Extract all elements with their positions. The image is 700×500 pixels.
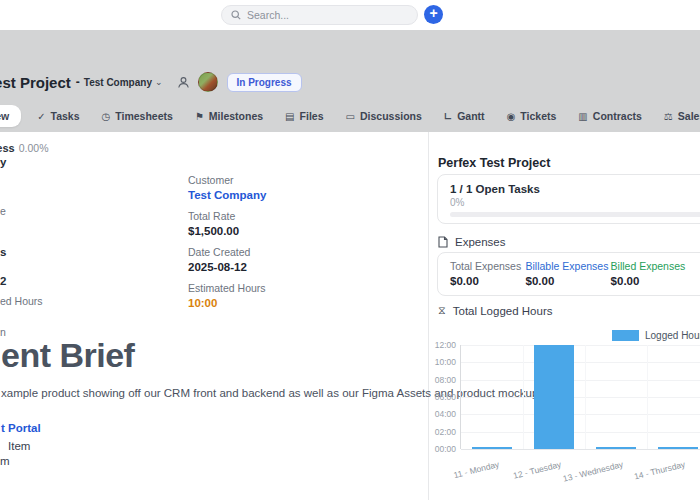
tab-label: Contracts bbox=[593, 110, 642, 122]
gridline bbox=[461, 397, 700, 398]
tab-contracts[interactable]: ▥Contracts bbox=[578, 105, 641, 127]
tab-overview[interactable]: ▦Overview bbox=[0, 105, 21, 127]
gantt-icon: ∟ bbox=[444, 111, 452, 122]
milestones-icon: ⚑ bbox=[195, 111, 204, 122]
project-title: Perfex Test Project bbox=[0, 74, 71, 91]
progress-indicator: Progress0.00% bbox=[0, 138, 48, 156]
right-summary-pane: Perfex Test Project 1 / 1 Open Tasks 0% … bbox=[437, 132, 700, 500]
tab-label: Tasks bbox=[51, 110, 80, 122]
logged-hours-header-label: Total Logged Hours bbox=[453, 305, 553, 317]
title-separator: - bbox=[76, 75, 80, 89]
tab-tasks[interactable]: ✓Tasks bbox=[37, 105, 79, 127]
company-selector[interactable]: Test Company bbox=[84, 77, 152, 88]
add-button[interactable]: + bbox=[424, 5, 443, 24]
gridline bbox=[585, 345, 586, 449]
cropped-field-fragment: e bbox=[0, 205, 6, 217]
timesheets-icon: ◷ bbox=[102, 111, 111, 122]
expense-label[interactable]: Billed Expenses bbox=[611, 260, 700, 272]
member-avatar[interactable] bbox=[198, 72, 218, 92]
bar-11-monday bbox=[472, 447, 512, 449]
tab-label: Discussions bbox=[360, 110, 422, 122]
progress-value: 0.00% bbox=[19, 142, 49, 154]
y-tick-label: 12:00 bbox=[430, 340, 456, 350]
tab-tickets[interactable]: ◉Tickets bbox=[507, 105, 557, 127]
tab-gantt[interactable]: ∟Gantt bbox=[444, 105, 485, 127]
members-icon[interactable] bbox=[177, 76, 190, 89]
progress-label: Progress bbox=[0, 142, 15, 154]
tab-label: Overview bbox=[0, 110, 9, 122]
info-label: Estimated Hours bbox=[188, 282, 266, 294]
tasks-percent: 0% bbox=[450, 197, 700, 208]
tab-label: Tickets bbox=[520, 110, 556, 122]
customer-link[interactable]: Test Company bbox=[188, 189, 266, 201]
tickets-icon: ◉ bbox=[507, 111, 516, 122]
info-estimated-hours: Estimated Hours 10:00 bbox=[188, 282, 266, 309]
cropped-field-fragment: y bbox=[0, 156, 6, 168]
topbar: Search... + bbox=[0, 0, 700, 30]
chart-plot: 00:0002:0004:0006:0008:0010:0012:0011 - … bbox=[460, 345, 700, 449]
tasks-progressbar bbox=[450, 212, 700, 217]
gridline bbox=[461, 362, 700, 363]
tab-label: Gantt bbox=[457, 110, 484, 122]
contracts-icon: ▥ bbox=[578, 111, 587, 122]
expense-label: Total Expenses bbox=[450, 260, 526, 272]
y-tick-label: 00:00 bbox=[430, 444, 456, 454]
tab-milestones[interactable]: ⚑Milestones bbox=[195, 105, 263, 127]
y-tick-label: 10:00 bbox=[430, 357, 456, 367]
legend-swatch bbox=[612, 330, 639, 341]
brief-heading: ent Brief bbox=[1, 336, 134, 375]
logged-hours-section-header: ⧖ Total Logged Hours bbox=[438, 304, 552, 317]
gridline bbox=[461, 432, 700, 433]
info-label: Customer bbox=[188, 174, 266, 186]
info-value: 2025-08-12 bbox=[188, 261, 266, 273]
open-tasks-count: 1 / 1 Open Tasks bbox=[450, 183, 700, 195]
gridline bbox=[461, 414, 700, 415]
gridline bbox=[523, 345, 524, 449]
expense-label[interactable]: Billable Expenses bbox=[526, 260, 611, 272]
cropped-field-fragment: 2 bbox=[0, 275, 6, 287]
expense-value: $0.00 bbox=[526, 275, 611, 287]
y-tick-label: 02:00 bbox=[430, 427, 456, 437]
info-value: 10:00 bbox=[188, 297, 266, 309]
billable-expenses: Billable Expenses $0.00 bbox=[526, 260, 611, 288]
info-date-created: Date Created 2025-08-12 bbox=[188, 246, 266, 273]
tab-files[interactable]: ▤Files bbox=[285, 105, 323, 127]
list-item: m bbox=[0, 455, 10, 467]
tab-timesheets[interactable]: ◷Timesheets bbox=[102, 105, 173, 127]
list-item: Item bbox=[8, 440, 30, 452]
chart-legend: Logged Hours bbox=[612, 330, 700, 341]
bar-12-tuesday bbox=[534, 345, 574, 449]
info-value: $1,500.00 bbox=[188, 225, 266, 237]
search-icon bbox=[231, 10, 241, 20]
gridline bbox=[461, 380, 700, 381]
tab-label: Timesheets bbox=[115, 110, 173, 122]
expense-value: $0.00 bbox=[450, 275, 526, 287]
project-info-column: Customer Test Company Total Rate $1,500.… bbox=[188, 174, 266, 318]
cropped-field-fragment: ed Hours bbox=[0, 295, 43, 307]
status-badge[interactable]: In Progress bbox=[227, 73, 302, 92]
bar-14-thursday bbox=[658, 447, 698, 449]
search-input[interactable]: Search... bbox=[221, 5, 418, 25]
expense-value: $0.00 bbox=[611, 275, 700, 287]
tab-label: Sales bbox=[678, 110, 700, 122]
files-icon: ▤ bbox=[285, 111, 294, 122]
tab-discussions[interactable]: ▭Discussions bbox=[346, 105, 422, 127]
chevron-down-icon[interactable]: ⌄ bbox=[155, 77, 163, 87]
y-tick-label: 06:00 bbox=[430, 392, 456, 402]
info-label: Total Rate bbox=[188, 210, 266, 222]
tasks-icon: ✓ bbox=[37, 111, 45, 122]
logged-hours-chart: Logged Hours 00:0002:0004:0006:0008:0010… bbox=[437, 322, 700, 492]
pane-divider bbox=[428, 132, 429, 500]
project-header: Perfex Test Project - Test Company ⌄ In … bbox=[0, 71, 302, 93]
open-tasks-card: 1 / 1 Open Tasks 0% bbox=[437, 174, 700, 224]
hourglass-icon: ⧖ bbox=[438, 304, 446, 317]
discussions-icon: ▭ bbox=[346, 111, 355, 122]
info-label: Date Created bbox=[188, 246, 266, 258]
y-tick-label: 04:00 bbox=[430, 409, 456, 419]
expenses-card: Total Expenses $0.00 Billable Expenses $… bbox=[437, 252, 700, 296]
expenses-section-header: Expenses bbox=[438, 236, 506, 248]
portal-link[interactable]: t Portal bbox=[1, 422, 41, 434]
tab-sales[interactable]: ⚖Sales⌄ bbox=[664, 105, 700, 127]
cropped-field-fragment: s bbox=[0, 246, 6, 258]
info-total-rate: Total Rate $1,500.00 bbox=[188, 210, 266, 237]
